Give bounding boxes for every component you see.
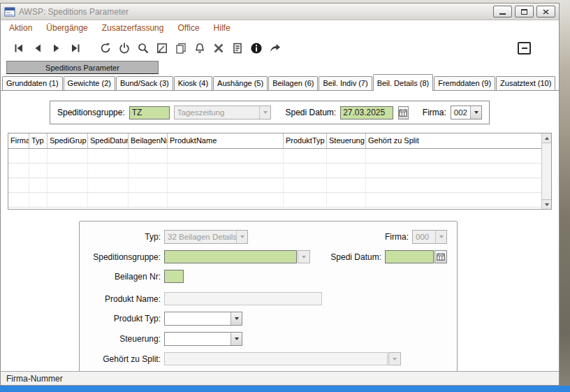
column-header[interactable]: Steuerung [327, 133, 366, 148]
tab-speditions-parameter[interactable]: Speditions Parameter [6, 61, 159, 74]
detail-speditionsgruppe-input[interactable] [164, 250, 297, 263]
last-record-button[interactable] [66, 38, 85, 57]
notes-clipboard-icon [231, 42, 244, 55]
previous-record-button[interactable] [28, 38, 47, 57]
menubar: Aktion Übergänge Zusatzerfassung Office … [1, 20, 559, 35]
filter-box: Speditionsgruppe: Tageszeitung Spedi Dat… [50, 101, 490, 124]
window-controls [493, 6, 555, 17]
detail-spedi-datum-input[interactable] [385, 250, 434, 263]
tab-fremddaten[interactable]: Fremddaten (9) [434, 76, 495, 90]
steuerung-label: Steuerung: [80, 334, 161, 344]
chevron-down-icon [236, 231, 247, 243]
content-area: Speditionsgruppe: Tageszeitung Spedi Dat… [1, 91, 559, 371]
table-scrollbar[interactable] [541, 133, 551, 209]
beilagen-nr-label: Beilagen Nr: [80, 272, 161, 282]
arrow-down-icon [545, 203, 549, 206]
first-record-button[interactable] [9, 38, 28, 57]
detail-firma-combo[interactable]: 000 [412, 230, 447, 244]
column-header[interactable]: ProduktName [168, 133, 284, 148]
table-row[interactable] [8, 193, 541, 208]
next-record-button[interactable] [47, 38, 66, 57]
delete-button[interactable] [209, 38, 228, 57]
search-icon [137, 42, 149, 55]
maximize-button[interactable] [515, 6, 534, 17]
detail-row-produkt-typ: Produkt Typ: [80, 312, 457, 326]
column-header[interactable]: BeilagenNr [129, 133, 168, 148]
firma-combo[interactable]: 002 [451, 106, 482, 119]
gehoert-zu-split-input[interactable] [164, 352, 388, 365]
menu-zusatzerfassung[interactable]: Zusatzerfassung [102, 23, 164, 33]
edit-button[interactable] [152, 38, 171, 57]
copy-button[interactable] [171, 38, 190, 57]
forward-arrow-icon [269, 42, 282, 55]
tab-kiosk[interactable]: Kiosk (4) [174, 76, 212, 90]
combo-value: 32 Beilagen Details [165, 233, 236, 241]
column-header[interactable]: Typ [29, 133, 48, 148]
detail-calendar-button[interactable] [434, 250, 447, 263]
table-row[interactable] [8, 149, 541, 164]
detail-row-beilagen-nr: Beilagen Nr: [80, 270, 457, 283]
tab-beilagen[interactable]: Beilagen (6) [268, 76, 318, 90]
window-title: AWSP: Speditions Parameter [19, 7, 129, 17]
power-icon [118, 42, 131, 55]
speditionsgruppe-input[interactable] [129, 106, 170, 119]
refresh-icon [99, 42, 112, 55]
notes-button[interactable] [228, 38, 247, 57]
power-button[interactable] [115, 38, 133, 57]
detail-row-speditionsgruppe: Speditionsgruppe: Spedi Datum: [80, 250, 457, 263]
menu-office[interactable]: Office [177, 23, 199, 33]
copy-icon [175, 42, 187, 55]
firma-label: Firma: [423, 108, 446, 117]
tab-gewichte[interactable]: Gewichte (2) [64, 76, 115, 90]
tab-bund-sack[interactable]: Bund/Sack (3) [116, 76, 173, 90]
column-header[interactable]: SpediDatum [88, 133, 129, 148]
tab-beil-indiv[interactable]: Beil. Indiv (7) [319, 76, 372, 90]
detail-firma-label: Firma: [385, 232, 409, 242]
next-record-icon [50, 42, 63, 55]
column-header[interactable]: ProduktTyp [284, 133, 327, 148]
close-button[interactable] [536, 6, 555, 17]
calendar-icon [399, 109, 407, 117]
menu-uebergaenge[interactable]: Übergänge [46, 23, 87, 33]
produkt-typ-label: Produkt Typ: [80, 314, 161, 324]
titlebar[interactable]: AWSP: Speditions Parameter [1, 3, 559, 20]
spedi-datum-input[interactable] [340, 106, 393, 119]
calendar-button[interactable] [398, 106, 409, 119]
results-table: Firma Typ SpediGrup SpediDatum BeilagenN… [8, 133, 552, 210]
tab-zusatztext[interactable]: Zusatztext (10) [496, 76, 555, 90]
minimize-button[interactable] [493, 6, 512, 17]
first-record-icon [13, 42, 25, 55]
produkt-name-input[interactable] [164, 292, 322, 305]
info-button[interactable] [247, 38, 265, 57]
chevron-down-icon [231, 312, 242, 325]
speditionsgruppe-text-combo[interactable]: Tageszeitung [174, 106, 272, 119]
collapse-button[interactable] [518, 42, 531, 55]
table-row[interactable] [8, 178, 541, 193]
table-row[interactable] [8, 164, 541, 178]
tab-beil-details[interactable]: Beil. Details (8) [373, 74, 434, 91]
detail-spedi-datum-group: Spedi Datum: [330, 250, 447, 263]
typ-combo[interactable]: 32 Beilagen Details [164, 230, 248, 244]
menu-aktion[interactable]: Aktion [9, 23, 32, 33]
tab-aushaenge[interactable]: Aushänge (5) [213, 76, 268, 90]
speditionsgruppe-dropdown-button[interactable] [298, 250, 310, 263]
menu-hilfe[interactable]: Hilfe [214, 23, 231, 33]
column-header[interactable]: Firma [8, 133, 29, 148]
maximize-icon [521, 9, 527, 15]
gehoert-zu-split-dropdown-button[interactable] [388, 352, 401, 365]
tab-grunddaten[interactable]: Grunddaten (1) [2, 76, 63, 90]
edit-icon [156, 42, 168, 55]
scroll-down-button[interactable] [542, 199, 551, 209]
search-button[interactable] [133, 38, 152, 57]
refresh-button[interactable] [96, 38, 115, 57]
forward-button[interactable] [265, 38, 284, 57]
scroll-up-button[interactable] [542, 133, 551, 143]
beilagen-nr-input[interactable] [164, 270, 184, 283]
info-icon [250, 42, 263, 55]
alarm-button[interactable] [190, 38, 209, 57]
produkt-typ-combo[interactable] [164, 312, 242, 326]
spedi-datum-label: Spedi Datum: [285, 108, 336, 117]
steuerung-combo[interactable] [164, 332, 242, 346]
column-header[interactable]: Gehört zu Split [366, 133, 541, 148]
column-header[interactable]: SpediGrup [48, 133, 88, 148]
